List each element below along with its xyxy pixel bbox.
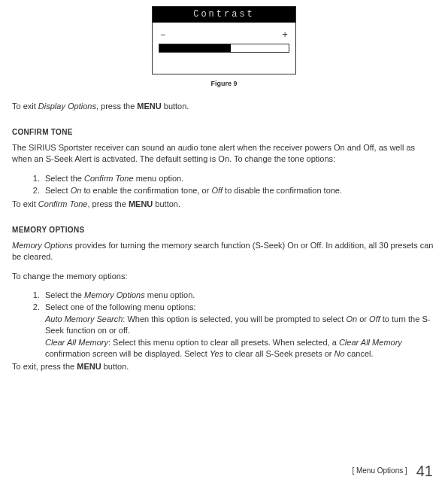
text: , press the (96, 102, 137, 111)
lcd-title: Contrast (153, 7, 295, 23)
text-italic: Clear All Memory (339, 338, 402, 347)
sub-option: Auto Memory Search: When this option is … (45, 314, 436, 337)
text-italic: Confirm Tone (84, 174, 134, 183)
text-italic: Yes (210, 349, 223, 358)
lcd-labels: – + (159, 29, 289, 44)
text: To exit, press the (12, 362, 77, 371)
memory-options-heading: MEMORY OPTIONS (12, 225, 436, 235)
confirm-tone-exit: To exit Confirm Tone, press the MENU but… (12, 199, 436, 210)
footer-section-label: [ Menu Options ] (352, 466, 407, 476)
text: : Select this menu option to clear all p… (108, 338, 339, 347)
text: To exit (12, 199, 38, 208)
contrast-bar-fill (159, 44, 231, 52)
figure-caption: Figure 9 (210, 79, 237, 89)
text: menu option. (134, 174, 184, 183)
text: button. (153, 199, 180, 208)
memory-options-intro: Memory Options provides for turning the … (12, 240, 436, 263)
text: confirmation screen will be displayed. S… (45, 349, 210, 358)
confirm-tone-list: Select the Confirm Tone menu option. Sel… (12, 173, 436, 197)
confirm-tone-heading: CONFIRM TONE (12, 127, 436, 138)
text: Select the (45, 174, 84, 183)
text: provides for turning the memory search f… (12, 241, 433, 261)
plus-label: + (282, 29, 288, 42)
footer-page-number: 41 (416, 460, 433, 481)
text: To exit (12, 102, 38, 111)
sub-option: Clear All Memory: Select this menu optio… (45, 337, 436, 360)
lcd-body: – + (153, 23, 295, 74)
text: or (357, 314, 369, 323)
text-italic: Clear All Memory (45, 338, 108, 347)
list-item: Select the Memory Options menu option. (42, 290, 436, 301)
list-item: Select On to enable the confirmation ton… (42, 185, 436, 196)
text: cancel. (345, 349, 374, 358)
text-italic: Memory Options (12, 241, 73, 250)
memory-options-exit: To exit, press the MENU button. (12, 361, 436, 372)
list-item: Select the Confirm Tone menu option. (42, 173, 436, 184)
text: menu option. (145, 290, 195, 299)
minus-label: – (160, 29, 166, 42)
text-italic: Confirm Tone (38, 199, 88, 208)
text-italic: Auto Memory Search (45, 314, 123, 323)
lcd-figure: Contrast – + Figure 9 (12, 6, 436, 89)
memory-options-list: Select the Memory Options menu option. S… (12, 290, 436, 360)
text-italic: Memory Options (84, 290, 145, 299)
text: Select the (45, 290, 84, 299)
page-footer: [ Menu Options ] 41 (352, 460, 433, 481)
exit-display-paragraph: To exit Display Options, press the MENU … (12, 101, 436, 112)
text: button. (162, 102, 189, 111)
list-item: Select one of the following menu options… (42, 302, 436, 360)
text-italic: On (346, 314, 357, 323)
text: Select (45, 186, 71, 195)
text-italic: Display Options (38, 102, 96, 111)
text-italic: On (71, 186, 82, 195)
text: : When this option is selected, you will… (123, 314, 346, 323)
text: to enable the confirmation tone, or (81, 186, 211, 195)
text-italic: No (334, 349, 345, 358)
text: , press the (87, 199, 128, 208)
confirm-tone-intro: The SIRIUS Sportster receiver can sound … (12, 142, 436, 166)
text: Select one of the following menu options… (45, 302, 196, 311)
text-bold: MENU (129, 199, 153, 208)
lcd-screen: Contrast – + (152, 6, 296, 74)
text: to clear all S-Seek presets or (223, 349, 334, 358)
text: button. (101, 362, 129, 371)
text-italic: Off (211, 186, 222, 195)
text: to disable the confirmation tone. (222, 186, 342, 195)
text-bold: MENU (77, 362, 101, 371)
contrast-bar-track (159, 44, 289, 53)
text-bold: MENU (137, 102, 161, 111)
memory-options-change: To change the memory options: (12, 271, 436, 282)
text-italic: Off (369, 314, 380, 323)
